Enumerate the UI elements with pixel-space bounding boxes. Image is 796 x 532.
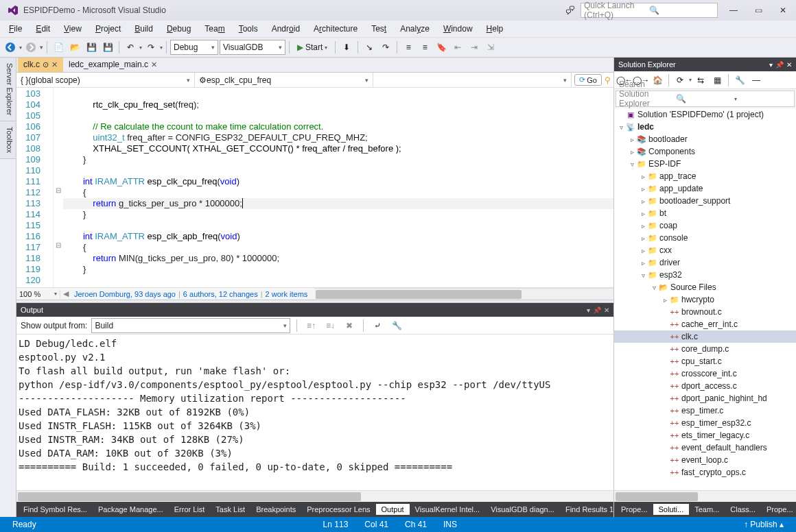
tree-row[interactable]: ▹📁hwcrypto <box>614 293 796 306</box>
bottom-tab[interactable]: Package Manage... <box>93 504 169 515</box>
se-sync-button[interactable]: ⇆ <box>693 73 708 88</box>
menu-analyze[interactable]: Analyze <box>394 23 436 35</box>
tree-row[interactable]: ++dport_panic_highint_hd <box>614 392 796 404</box>
tree-row[interactable]: ++esp_timer_esp32.c <box>614 417 796 429</box>
expand-icon[interactable]: ▿ <box>650 284 658 291</box>
tree-row[interactable]: ++cpu_start.c <box>614 355 796 367</box>
pin-icon[interactable]: 📌 <box>593 306 601 314</box>
tree-row[interactable]: ▹📁driver <box>614 256 796 269</box>
publish-button[interactable]: ↑ Publish ▴ <box>736 520 792 529</box>
navigate-forward-button[interactable] <box>23 40 38 55</box>
editor-tab[interactable]: clk.c⊙✕ <box>18 58 63 72</box>
solution-explorer-search[interactable]: Search Solution Explorer (Ctrl+;) 🔍▾ <box>616 90 795 107</box>
tree-row[interactable]: ▿📂Source Files <box>614 281 796 293</box>
tree-row[interactable]: ▹📁cxx <box>614 244 796 256</box>
expand-icon[interactable]: ▿ <box>617 123 625 131</box>
menu-debug[interactable]: Debug <box>161 23 197 35</box>
feedback-icon[interactable]: 🗪 <box>565 5 575 16</box>
menu-android[interactable]: Android <box>266 23 306 35</box>
bottom-tab[interactable]: Find Symbol Res... <box>18 504 93 515</box>
menu-file[interactable]: File <box>3 23 28 35</box>
bottom-tab[interactable]: Task List <box>210 504 250 515</box>
tree-row[interactable]: ▿📁ESP-IDF <box>614 158 796 170</box>
codelens-workitems[interactable]: 2 work items <box>263 290 311 298</box>
maximize-button[interactable]: ▭ <box>748 3 769 17</box>
menu-build[interactable]: Build <box>128 23 159 35</box>
panel-menu-icon[interactable]: ▾ <box>769 61 773 69</box>
uncomment-button[interactable]: ≡ <box>417 40 432 55</box>
close-icon[interactable]: ✕ <box>151 60 157 69</box>
step-into-button[interactable]: ↘ <box>362 40 377 55</box>
close-button[interactable]: ✕ <box>773 3 793 17</box>
bottom-tab[interactable]: Find Results 1 <box>560 504 613 515</box>
quick-launch-input[interactable]: Quick Launch (Ctrl+Q) 🔍 <box>581 3 718 18</box>
third-combo[interactable]: ▾ <box>373 73 572 87</box>
toggle-wordwrap-button[interactable]: ⤶ <box>370 318 385 333</box>
toolbar-button-misc1[interactable]: ⬇ <box>339 40 354 55</box>
goto-next-button[interactable]: ≡↓ <box>323 318 338 333</box>
tree-row[interactable]: ++event_loop.c <box>614 454 796 466</box>
tree-row[interactable]: ++core_dump.c <box>614 343 796 355</box>
menu-test[interactable]: Test <box>365 23 393 35</box>
editor-tab[interactable]: ledc_example_main.c✕ <box>63 58 163 72</box>
expand-icon[interactable]: ▹ <box>639 234 647 242</box>
right-bottom-tab[interactable]: Team... <box>689 504 725 515</box>
toolbar-button-misc3[interactable]: ⇥ <box>467 40 482 55</box>
right-bottom-tab[interactable]: Class... <box>725 504 761 515</box>
tree-row[interactable]: ▹📁bt <box>614 207 796 219</box>
member-combo[interactable]: ⚙ esp_clk_cpu_freq▾ <box>195 73 373 87</box>
right-bottom-tab[interactable]: Prope... <box>616 504 653 515</box>
expand-icon[interactable]: ▹ <box>639 259 647 267</box>
tree-row[interactable]: ▹📚bootloader <box>614 133 796 145</box>
save-button[interactable]: 💾 <box>84 40 99 55</box>
expand-icon[interactable]: ▹ <box>639 173 647 180</box>
tree-row[interactable]: ▹📚Components <box>614 145 796 158</box>
menu-project[interactable]: Project <box>89 23 127 35</box>
new-project-button[interactable]: 📄 <box>51 40 66 55</box>
save-all-button[interactable]: 💾 <box>100 40 115 55</box>
expand-icon[interactable]: ▿ <box>639 271 647 279</box>
undo-button[interactable]: ↶ <box>123 40 138 55</box>
expand-icon[interactable]: ▹ <box>628 136 636 143</box>
expand-icon[interactable]: ▿ <box>628 160 636 168</box>
comment-button[interactable]: ≡ <box>401 40 416 55</box>
pin-icon[interactable]: 📌 <box>775 61 784 69</box>
tree-row[interactable]: ++ets_timer_legacy.c <box>614 429 796 442</box>
tree-row[interactable]: ▹📁console <box>614 232 796 244</box>
solution-tree[interactable]: ▣Solution 'ESPIDFDemo' (1 project)▿📡ledc… <box>614 108 796 490</box>
solution-platform-combo[interactable]: VisualGDB▾ <box>220 40 285 55</box>
expand-icon[interactable]: ▹ <box>639 185 647 193</box>
panel-menu-icon[interactable]: ▾ <box>587 306 590 314</box>
tree-row[interactable]: ++brownout.c <box>614 306 796 318</box>
output-settings-button[interactable]: 🔧 <box>389 318 404 333</box>
se-hscroll[interactable] <box>614 490 796 502</box>
output-source-combo[interactable]: Build▾ <box>91 318 290 333</box>
tree-row[interactable]: ++fast_crypto_ops.c <box>614 466 796 479</box>
tree-row[interactable]: ▿📁esp32 <box>614 269 796 281</box>
redo-button[interactable]: ↷ <box>143 40 159 55</box>
menu-window[interactable]: Window <box>437 23 479 35</box>
go-button[interactable]: ⟳Go <box>574 74 602 86</box>
pin-icon[interactable]: ⊙ <box>43 60 49 69</box>
codelens-nav-icon[interactable]: ◀ <box>60 289 71 298</box>
expand-icon[interactable]: ▹ <box>639 197 647 205</box>
tree-row[interactable]: ++dport_access.c <box>614 380 796 392</box>
close-icon[interactable]: ✕ <box>51 60 58 69</box>
codelens-author[interactable]: Jeroen Domburg, 93 days ago <box>71 290 178 298</box>
editor-hscroll[interactable] <box>314 288 613 300</box>
tree-row[interactable]: ▿📡ledc <box>614 121 796 133</box>
bottom-tab[interactable]: Error List <box>169 504 211 515</box>
menu-team[interactable]: Team <box>198 23 231 35</box>
right-bottom-tab[interactable]: Prope... <box>761 504 796 515</box>
output-hscroll[interactable] <box>16 490 613 502</box>
code-text[interactable]: rtc_clk_cpu_freq_set(freq); // Re calcul… <box>63 88 613 287</box>
close-panel-icon[interactable]: ✕ <box>786 61 792 69</box>
expand-icon[interactable]: ▹ <box>639 247 647 254</box>
se-overflow-button[interactable]: — <box>749 73 764 88</box>
tree-row[interactable]: ▹📁app_trace <box>614 170 796 182</box>
menu-edit[interactable]: Edit <box>30 23 56 35</box>
goto-prev-button[interactable]: ≡↑ <box>303 318 318 333</box>
share-icon[interactable]: ⚲ <box>605 75 611 85</box>
expand-icon[interactable]: ▹ <box>661 296 669 304</box>
side-tab-toolbox[interactable]: Toolbox <box>0 121 16 159</box>
